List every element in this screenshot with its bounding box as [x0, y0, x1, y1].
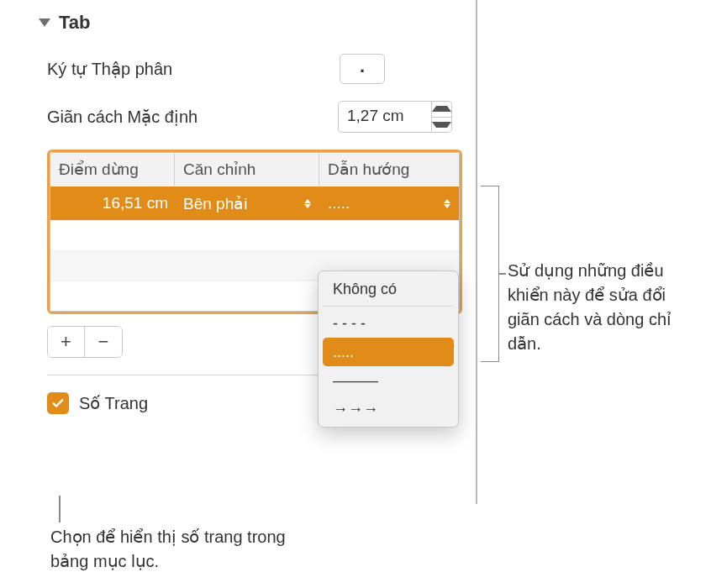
cell-stop[interactable]: 16,51 cm: [50, 189, 175, 218]
dropdown-arrows-icon: [304, 199, 311, 208]
stepper-down-icon[interactable]: [432, 118, 451, 133]
table-row[interactable]: 16,51 cm Bên phải .....: [50, 186, 459, 220]
disclosure-triangle-icon[interactable]: [39, 18, 50, 27]
col-header-leader: Dẫn hướng: [319, 153, 459, 186]
checkmark-icon: [50, 396, 66, 411]
section-title: Tab: [59, 12, 90, 34]
add-remove-control: + −: [47, 326, 123, 358]
table-header-row: Điểm dừng Căn chỉnh Dẫn hướng: [50, 153, 459, 186]
leader-dropdown: Không có - - - - ..... ——— →→→: [318, 270, 459, 428]
decimal-char-input[interactable]: .: [340, 54, 385, 84]
leader-option-dash[interactable]: - - - -: [323, 309, 454, 338]
dropdown-arrows-icon: [444, 199, 450, 208]
decimal-char-label: Ký tự Thập phân: [47, 59, 340, 79]
page-numbers-label: Số Trang: [79, 393, 148, 413]
add-button[interactable]: +: [48, 327, 85, 357]
page-numbers-checkbox[interactable]: [47, 392, 69, 414]
decimal-char-row: Ký tự Thập phân .: [24, 45, 476, 92]
tab-panel: Tab Ký tự Thập phân . Giãn cách Mặc định…: [24, 0, 477, 504]
leader-option-dots[interactable]: .....: [323, 338, 454, 366]
table-row: [50, 220, 459, 250]
cell-align-value: Bên phải: [183, 194, 247, 213]
spacing-stepper[interactable]: [432, 101, 452, 133]
col-header-stops: Điểm dừng: [50, 153, 175, 186]
cell-align[interactable]: Bên phải: [175, 189, 319, 218]
leader-option-line[interactable]: ———: [323, 366, 454, 395]
callout-connector-icon: [498, 273, 506, 275]
callout-pagenum-text: Chọn để hiển thị số trang trong bảng mục…: [50, 525, 328, 574]
section-header[interactable]: Tab: [24, 0, 476, 45]
remove-button[interactable]: −: [85, 327, 122, 357]
default-spacing-input[interactable]: 1,27 cm: [338, 101, 432, 133]
callout-connector-icon: [59, 496, 61, 522]
default-spacing-label: Giãn cách Mặc định: [47, 107, 338, 127]
leader-option-arrows[interactable]: →→→: [323, 395, 454, 423]
menu-separator: [323, 306, 454, 307]
stepper-up-icon[interactable]: [432, 102, 451, 118]
callout-spacing-text: Sử dụng những điều khiển này để sửa đổi …: [508, 259, 696, 356]
cell-leader-value: .....: [328, 194, 350, 213]
leader-option-none[interactable]: Không có: [323, 275, 454, 303]
default-spacing-row: Giãn cách Mặc định 1,27 cm: [24, 92, 476, 141]
col-header-align: Căn chỉnh: [175, 153, 319, 186]
cell-leader[interactable]: .....: [319, 189, 459, 218]
callout-bracket-icon: [481, 186, 499, 362]
